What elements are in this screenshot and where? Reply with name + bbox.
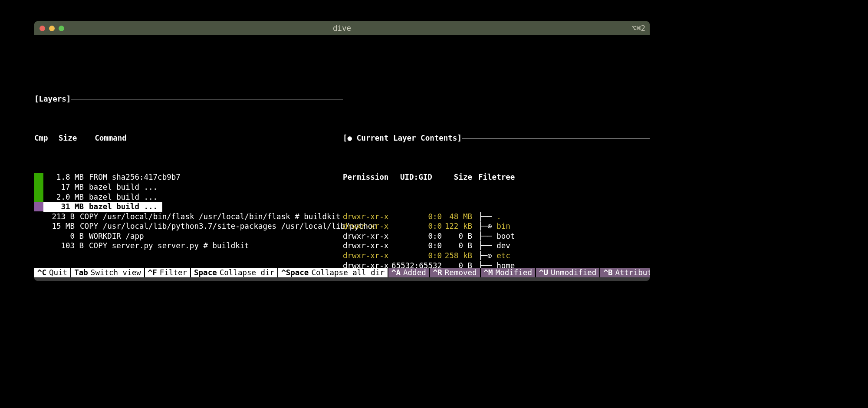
zoom-icon[interactable] [59,26,64,31]
close-icon[interactable] [39,26,45,31]
uidgid: 0:0 [390,231,442,241]
tree-branch-icon: ├── [478,241,496,250]
layer-row[interactable]: 15 MBCOPY /usr/local/lib/python3.7/site-… [34,221,343,231]
statusbar-legend: ^AAdded [388,268,430,277]
filetree-row[interactable]: drwxr-xr-x0:0122 kB├─⊕ bin [343,221,650,231]
statusbar-action[interactable]: TabSwitch view [71,268,145,277]
statusbar-action[interactable]: ^FFilter [145,268,191,277]
perm: drwxr-xr-x [343,221,390,231]
file-name: dev [496,241,510,250]
filetree-row[interactable]: drwxr-xr-x0:048 MB├── . [343,212,650,222]
layer-row[interactable]: 2.0 MBbazel build ... [34,192,343,202]
cmp-indicator-icon [34,241,43,251]
layer-command: FROM sha256:417cb9b7 [89,172,181,182]
right-pane: [● Current Layer Contents] Permission UI… [343,104,650,281]
hdr-size: Size [437,172,472,182]
layer-command: bazel build ... [89,192,158,202]
cmp-indicator-icon [34,202,43,211]
filetree-row[interactable]: drwxr-xr-x0:00 B├── boot [343,231,650,241]
uidgid: 0:0 [390,251,442,261]
layer-command: WORKDIR /app [89,231,144,241]
statusbar-action[interactable]: SpaceCollapse dir [191,268,278,277]
hdr-uidgid: UID:GID [400,172,437,182]
tree-branch-icon: ├── [478,232,496,240]
layer-size: 103 B [53,241,84,251]
layer-command: COPY /usr/local/bin/flask /usr/local/bin… [80,212,341,222]
perm: drwxr-xr-x [343,251,390,261]
layer-size: 17 MB [53,182,84,192]
layer-size: 2.0 MB [53,192,84,202]
file-name: bin [496,222,510,230]
layer-size: 31 MB [53,202,84,212]
layer-command: COPY /usr/local/lib/python3.7/site-packa… [80,221,377,231]
layer-size: 15 MB [43,221,75,231]
cmp-indicator-icon [34,231,43,241]
layer-size: 1.8 MB [53,172,84,182]
perm: drwxr-xr-x [343,212,390,222]
layer-size: 0 B [53,231,84,241]
terminal-window: dive ⌥⌘2 [Layers] Cmp Size Command 1.8 M… [34,21,650,281]
size: 0 B [442,231,472,241]
statusbar-legend: ^UUnmodified [536,268,600,277]
cmp-indicator-icon [34,173,43,182]
left-pane: [Layers] Cmp Size Command 1.8 MBFROM sha… [34,65,343,281]
hdr-filetree: Filetree [478,172,515,182]
cmp-indicator-icon [34,182,43,192]
section-current-layer: [● Current Layer Contents] [343,133,650,143]
uidgid: 0:0 [390,212,442,222]
file-name: boot [496,232,515,240]
window-controls [39,26,64,31]
hdr-cmp: Cmp [34,133,49,143]
file-name: etc [496,251,510,260]
statusbar-legend: ^MModified [481,268,536,277]
statusbar-legend: ^RRemoved [430,268,481,277]
tree-branch-icon: ├── [478,212,496,221]
layer-row[interactable]: 0 BWORKDIR /app [34,231,343,241]
statusbar-action[interactable]: ^CQuit [34,268,71,277]
file-name: . [496,212,501,221]
perm: drwxr-xr-x [343,231,390,241]
layer-command: COPY server.py server.py # buildkit [89,241,249,251]
filetree-header: Permission UID:GID Size Filetree [343,172,650,182]
layer-command: bazel build ... [89,202,158,212]
terminal-content[interactable]: [Layers] Cmp Size Command 1.8 MBFROM sha… [34,35,650,281]
layer-command: bazel build ... [89,182,158,192]
hdr-cmd: Command [95,133,127,143]
hdr-permission: Permission [343,172,400,182]
cmp-indicator-icon [34,192,43,202]
filetree-row[interactable]: drwxr-xr-x0:00 B├── dev [343,241,650,251]
size: 258 kB [442,251,472,261]
window-title: dive [34,24,650,33]
uidgid: 0:0 [390,241,442,251]
layer-row[interactable]: 1.8 MBFROM sha256:417cb9b7 [34,172,343,182]
section-layers: [Layers] [34,94,343,104]
minimize-icon[interactable] [49,26,55,31]
layer-row[interactable]: 17 MBbazel build ... [34,182,343,192]
perm: drwxr-xr-x [343,241,390,251]
size: 122 kB [442,221,472,231]
layer-row[interactable]: 213 BCOPY /usr/local/bin/flask /usr/loca… [34,212,343,222]
uidgid: 0:0 [390,221,442,231]
filetree-row[interactable]: drwxr-xr-x0:0258 kB├─⊕ etc [343,251,650,261]
status-bar: ^CQuitTabSwitch view^FFilterSpaceCollaps… [34,268,650,277]
layers-header: Cmp Size Command [34,133,343,143]
tree-branch-icon: ├─⊕ [478,251,496,260]
size: 48 MB [442,212,472,222]
layer-row[interactable]: 103 BCOPY server.py server.py # buildkit [34,241,343,251]
statusbar-action[interactable]: ^SpaceCollapse all dir [278,268,388,277]
statusbar-legend: ^BAttributes [600,268,650,277]
hdr-size: Size [59,133,85,143]
layer-row[interactable]: 31 MBbazel build ... [34,202,343,212]
window-tabs-indicator: ⌥⌘2 [631,24,645,33]
tree-branch-icon: ├─⊕ [478,222,496,230]
layer-size: 213 B [43,212,75,222]
size: 0 B [442,241,472,251]
titlebar[interactable]: dive ⌥⌘2 [34,21,650,35]
